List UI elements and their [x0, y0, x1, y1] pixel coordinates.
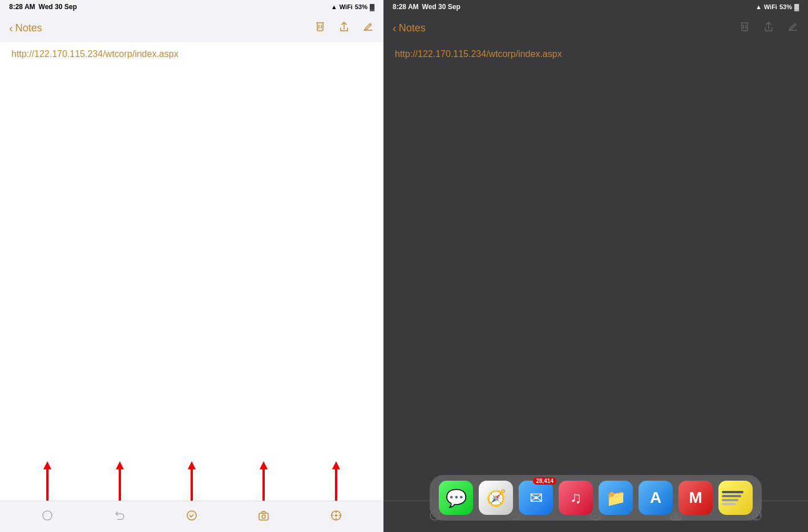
note-content-right: http://122.170.115.234/wtcorp/index.aspx — [383, 42, 808, 501]
right-battery-icon: ▓ — [794, 3, 799, 10]
circle-icon[interactable] — [41, 509, 54, 525]
dock-messages[interactable]: 💬 — [439, 481, 473, 515]
status-time-date: 8:28 AM Wed 30 Sep — [9, 3, 77, 11]
status-bar-left: 8:28 AM Wed 30 Sep ▲ WiFi 53% ▓ — [0, 0, 383, 14]
share-button[interactable] — [338, 21, 350, 36]
time: 8:28 AM — [9, 3, 35, 11]
safari-icon: 🧭 — [486, 489, 506, 507]
left-panel: 8:28 AM Wed 30 Sep ▲ WiFi 53% ▓ ‹ Notes — [0, 0, 383, 532]
battery-icon: ▓ — [370, 3, 374, 10]
right-time: 8:28 AM — [393, 3, 419, 11]
status-bar-right: 8:28 AM Wed 30 Sep ▲ WiFi 53% ▓ — [383, 0, 808, 14]
right-share-icon[interactable] — [762, 21, 775, 36]
right-back-chevron-icon: ‹ — [393, 22, 397, 35]
status-indicators: ▲ WiFi 53% ▓ — [331, 3, 374, 10]
mail-icon: ✉ — [530, 489, 543, 507]
right-time-date: 8:28 AM Wed 30 Sep — [393, 3, 460, 11]
battery-percent: 53% — [355, 3, 367, 10]
svg-rect-2 — [259, 513, 268, 520]
mail-badge: 28,414 — [533, 477, 556, 485]
right-panel: 8:28 AM Wed 30 Sep ▲ WiFi 53% ▓ ‹ Notes — [383, 0, 808, 532]
myapp-icon: M — [689, 489, 702, 507]
right-wifi-icon: ▲ — [756, 3, 762, 10]
right-compose-icon[interactable] — [786, 21, 799, 36]
svg-point-3 — [262, 515, 265, 518]
right-nav-actions — [738, 21, 799, 36]
wifi-icon: ▲ — [331, 3, 337, 10]
back-button[interactable]: ‹ Notes — [9, 22, 42, 35]
right-nav-title: Notes — [399, 22, 426, 34]
dock: 💬 🧭 ✉ 28,414 ♫ 📁 A M — [430, 475, 762, 521]
dock-safari[interactable]: 🧭 — [479, 481, 513, 515]
dock-music[interactable]: ♫ — [559, 481, 593, 515]
undo-icon[interactable] — [114, 509, 126, 525]
dock-mail[interactable]: ✉ 28,414 — [519, 481, 553, 515]
appstore-icon: A — [650, 489, 661, 507]
delete-button[interactable] — [314, 21, 326, 36]
camera-icon[interactable] — [257, 509, 270, 525]
nav-actions — [314, 21, 374, 36]
right-signal-icon: WiFi — [764, 3, 777, 10]
svg-point-5 — [335, 514, 337, 517]
location-icon[interactable] — [330, 509, 342, 525]
dock-myapp[interactable]: M — [678, 481, 713, 515]
files-icon: 📁 — [606, 489, 626, 507]
notes-app-icon — [718, 488, 753, 509]
right-battery: 53% — [779, 3, 792, 10]
note-content-left: http://122.170.115.234/wtcorp/index.aspx — [0, 42, 383, 501]
back-chevron-icon: ‹ — [9, 22, 13, 35]
right-back-button[interactable]: ‹ Notes — [393, 22, 426, 35]
toolbar-bottom-left — [0, 501, 383, 532]
dock-files[interactable]: 📁 — [599, 481, 633, 515]
right-status-icons: ▲ WiFi 53% ▓ — [756, 3, 799, 10]
date: Wed 30 Sep — [39, 3, 77, 11]
note-link-left[interactable]: http://122.170.115.234/wtcorp/index.aspx — [11, 49, 179, 59]
back-title: Notes — [15, 22, 42, 34]
svg-point-0 — [43, 511, 52, 520]
right-delete-icon[interactable] — [738, 21, 751, 36]
note-link-right: http://122.170.115.234/wtcorp/index.aspx — [395, 49, 562, 59]
checklist-icon[interactable] — [185, 509, 198, 525]
signal-icon: WiFi — [340, 3, 353, 10]
right-date: Wed 30 Sep — [422, 3, 460, 11]
dock-appstore[interactable]: A — [639, 481, 673, 515]
messages-icon: 💬 — [446, 488, 467, 508]
nav-bar-right-panel: ‹ Notes — [383, 14, 808, 42]
music-icon: ♫ — [570, 489, 582, 507]
dock-notes-app[interactable] — [718, 481, 753, 515]
compose-button[interactable] — [362, 21, 374, 36]
nav-bar-left: ‹ Notes — [0, 14, 383, 42]
svg-point-1 — [187, 511, 196, 520]
